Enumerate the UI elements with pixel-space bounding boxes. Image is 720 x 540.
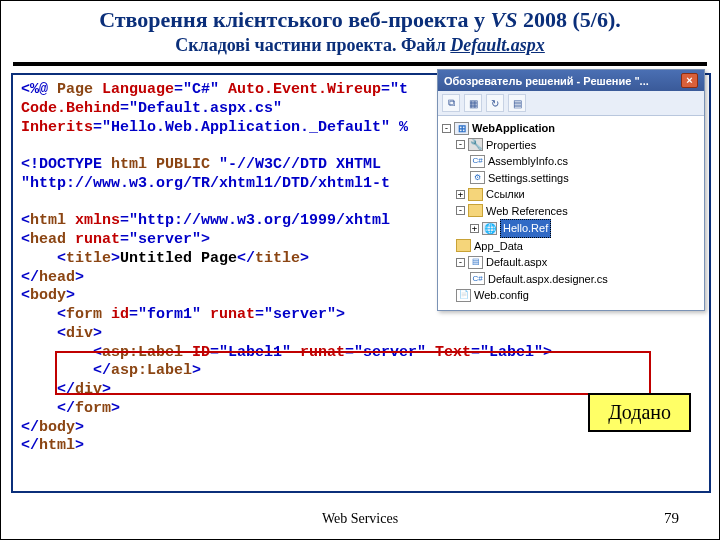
code-tok: ="Hello.Web.Application._Default" <box>93 119 390 136</box>
code-tok: id <box>102 306 129 323</box>
cs-file-icon: C# <box>470 272 485 285</box>
code-tok: % <box>390 119 408 136</box>
collapse-icon[interactable]: - <box>456 140 465 149</box>
tree-node-assemblyinfo[interactable]: C# AssemblyInfo.cs <box>442 153 700 170</box>
expand-icon[interactable]: + <box>470 224 479 233</box>
tree-label-selected: Hello.Ref <box>500 219 551 238</box>
code-tok: form <box>66 306 102 323</box>
code-tok: </ <box>237 250 255 267</box>
tree-label: AssemblyInfo.cs <box>488 153 568 170</box>
code-tok: runat <box>201 306 255 323</box>
tree-label: App_Data <box>474 238 523 255</box>
title-vs: VS <box>491 7 518 32</box>
tree-node-webconfig[interactable]: 📄 Web.config <box>442 287 700 304</box>
title-divider <box>13 62 707 66</box>
code-tok: ="Label"> <box>471 344 552 361</box>
code-tok: runat <box>291 344 345 361</box>
toolbar-btn-nest[interactable]: ▤ <box>508 94 526 112</box>
code-tok: ="server" <box>345 344 426 361</box>
toolbar-btn-refresh[interactable]: ↻ <box>486 94 504 112</box>
collapse-icon[interactable]: - <box>456 258 465 267</box>
tree-label: Default.aspx.designer.cs <box>488 271 608 288</box>
code-tok: body <box>30 287 66 304</box>
slide-subtitle: Складові частини проекта. Файл Default.a… <box>17 35 703 56</box>
folder-icon <box>468 204 483 217</box>
title-suffix: 2008 (5/6). <box>518 7 621 32</box>
solution-explorer-toolbar: ⧉ ▦ ↻ ▤ <box>438 91 704 116</box>
toolbar-btn-properties[interactable]: ⧉ <box>442 94 460 112</box>
tree-node-defaultaspx[interactable]: - ▤ Default.aspx <box>442 254 700 271</box>
collapse-icon[interactable]: - <box>442 124 451 133</box>
tree-label: WebApplication <box>472 120 555 137</box>
properties-icon: ⧉ <box>448 97 455 109</box>
code-tok: > <box>300 250 309 267</box>
code-tok: > <box>75 269 84 286</box>
project-icon: ⊞ <box>454 122 469 135</box>
subtitle-filename: Default.aspx <box>450 35 545 55</box>
code-tok: Language <box>102 81 174 98</box>
close-icon[interactable]: × <box>681 73 698 88</box>
wrench-icon: 🔧 <box>468 138 483 151</box>
code-tok: < <box>21 287 30 304</box>
webref-icon: 🌐 <box>482 222 497 235</box>
code-tok: Inherits <box>21 119 93 136</box>
code-tok: ="t <box>381 81 408 98</box>
code-tok: Auto.Event.Wireup <box>219 81 381 98</box>
code-tok: "-//W3C//DTD XHTML <box>210 156 381 173</box>
code-tok: asp:Label <box>102 344 183 361</box>
code-tok: > <box>102 381 111 398</box>
tree-node-webapplication[interactable]: - ⊞ WebApplication <box>442 120 700 137</box>
code-tok: html <box>30 212 66 229</box>
tree-label: Web.config <box>474 287 529 304</box>
code-tok: </ <box>21 362 111 379</box>
title-prefix: Створення клієнтського веб-проекта у <box>99 7 490 32</box>
expand-icon[interactable]: + <box>456 190 465 199</box>
tree-label: Web References <box>486 203 568 220</box>
code-tok: title <box>66 250 111 267</box>
code-tok: < <box>21 231 30 248</box>
folder-icon <box>456 239 471 252</box>
tree-node-helloref[interactable]: + 🌐 Hello.Ref <box>442 219 700 238</box>
code-tok: > <box>111 400 120 417</box>
code-tok: > <box>75 437 84 454</box>
code-tok: ="Label1" <box>210 344 291 361</box>
code-tok: "http://www.w3.org/TR/xhtml1/DTD/xhtml1-… <box>21 175 390 192</box>
toolbar-btn-showall[interactable]: ▦ <box>464 94 482 112</box>
code-tok: ID <box>183 344 210 361</box>
tree-node-appdata[interactable]: App_Data <box>442 238 700 255</box>
code-tok: form <box>75 400 111 417</box>
tree-node-settings[interactable]: ⚙ Settings.settings <box>442 170 700 187</box>
tree-node-webreferences[interactable]: - Web References <box>442 203 700 220</box>
tree-node-properties[interactable]: - 🔧 Properties <box>442 137 700 154</box>
code-tok: ="C#" <box>174 81 219 98</box>
tree-label: Settings.settings <box>488 170 569 187</box>
code-tok: < <box>21 250 66 267</box>
code-tok: </ <box>21 437 39 454</box>
code-tok: Page <box>48 81 102 98</box>
code-tok: < <box>21 306 66 323</box>
tree-node-references[interactable]: + Ссылки <box>442 186 700 203</box>
code-tok: div <box>66 325 93 342</box>
collapse-icon[interactable]: - <box>456 206 465 215</box>
code-tok: head <box>30 231 66 248</box>
code-tok: > <box>192 362 201 379</box>
code-tok: ="http://www.w3.org/1999/xhtml <box>120 212 390 229</box>
solution-explorer-panel: Обозреватель решений - Решение "... × ⧉ … <box>437 69 705 311</box>
slide: Створення клієнтського веб-проекта у VS … <box>0 0 720 540</box>
code-tok: > <box>66 287 75 304</box>
code-tok: ="Default.aspx.cs" <box>120 100 282 117</box>
code-tok: < <box>21 344 102 361</box>
added-badge: Додано <box>588 393 691 432</box>
code-tok: </ <box>21 419 39 436</box>
code-tok: <%@ <box>21 81 48 98</box>
solution-explorer-titlebar[interactable]: Обозреватель решений - Решение "... × <box>438 70 704 91</box>
code-tok: body <box>39 419 75 436</box>
code-tok: xmlns <box>66 212 120 229</box>
code-tok: head <box>39 269 75 286</box>
tree-node-designer[interactable]: C# Default.aspx.designer.cs <box>442 271 700 288</box>
code-tok: html <box>39 437 75 454</box>
code-tok: PUBLIC <box>156 156 210 173</box>
title-area: Створення клієнтського веб-проекта у VS … <box>1 1 719 58</box>
showall-icon: ▦ <box>469 98 478 109</box>
code-tok: <!DOCTYPE <box>21 156 102 173</box>
